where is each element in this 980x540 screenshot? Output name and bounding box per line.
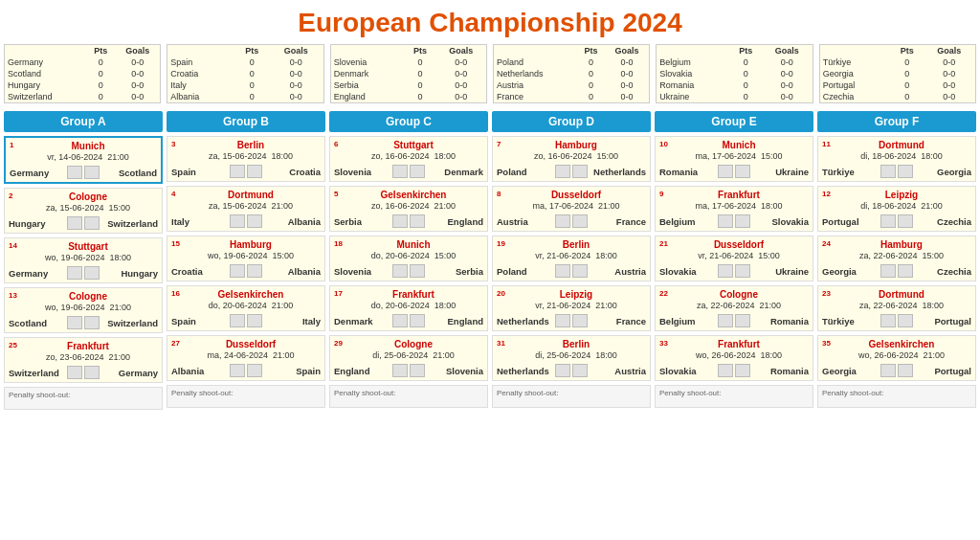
match-card[interactable]: 23 Dortmund za, 22-06-2024 18:00 Türkiye… <box>817 285 976 331</box>
match-card[interactable]: 24 Hamburg za, 22-06-2024 15:00 Georgia … <box>817 236 976 281</box>
bracket-col-group-f: Group F 11 Dortmund di, 18-06-2024 18:00… <box>817 111 976 410</box>
match-card[interactable]: 16 Gelsenkirchen do, 20-06-2024 21:00 Sp… <box>167 285 325 331</box>
match-card[interactable]: 9 Frankfurt ma, 17-06-2024 18:00 Belgium… <box>655 186 813 232</box>
bracket-col-group-b: Group B 3 Berlin za, 15-06-2024 18:00 Sp… <box>167 111 325 410</box>
match-card[interactable]: 35 Gelsenkirchen wo, 26-06-2024 21:00 Ge… <box>817 335 976 381</box>
group-header: Group D <box>492 111 651 132</box>
penalty-card: Penalty shoot-out: <box>655 385 813 408</box>
match-card[interactable]: 17 Frankfurt do, 20-06-2024 18:00 Denmar… <box>329 285 488 331</box>
match-card[interactable]: 14 Stuttgart wo, 19-06-2024 18:00 German… <box>4 237 163 283</box>
group-header: Group C <box>329 111 488 132</box>
match-card[interactable]: 22 Cologne za, 22-06-2024 21:00 Belgium … <box>655 285 813 331</box>
penalty-card: Penalty shoot-out: <box>4 387 163 410</box>
penalty-card: Penalty shoot-out: <box>167 385 325 408</box>
standings-table-group-e: PtsGoalsBelgium00-0Slovakia00-0Romania00… <box>656 44 813 103</box>
match-card[interactable]: 12 Leipzig di, 18-06-2024 21:00 Portugal… <box>817 186 976 232</box>
match-card[interactable]: 15 Hamburg wo, 19-06-2024 15:00 Croatia … <box>167 236 325 281</box>
match-card[interactable]: 7 Hamburg zo, 16-06-2024 15:00 Poland Ne… <box>492 136 651 182</box>
match-card[interactable]: 10 Munich ma, 17-06-2024 15:00 Romania U… <box>655 136 813 182</box>
match-card[interactable]: 11 Dortmund di, 18-06-2024 18:00 Türkiye… <box>817 136 976 182</box>
bracket-col-group-c: Group C 6 Stuttgart zo, 16-06-2024 18:00… <box>329 111 488 410</box>
match-card[interactable]: 6 Stuttgart zo, 16-06-2024 18:00 Sloveni… <box>329 136 488 182</box>
brackets-section: Group A 1 Munich vr, 14-06-2024 21:00 Ge… <box>4 111 976 410</box>
match-card[interactable]: 19 Berlin vr, 21-06-2024 18:00 Poland Au… <box>492 236 651 281</box>
penalty-card: Penalty shoot-out: <box>329 385 488 408</box>
standings-table-group-a: PtsGoalsGermany00-0Scotland00-0Hungary00… <box>4 44 161 103</box>
match-card[interactable]: 20 Leipzig vr, 21-06-2024 21:00 Netherla… <box>492 285 651 331</box>
standings-table-group-c: PtsGoalsSlovenia00-0Denmark00-0Serbia00-… <box>330 44 487 103</box>
match-card[interactable]: 25 Frankfurt zo, 23-06-2024 21:00 Switze… <box>4 337 163 383</box>
match-card[interactable]: 2 Cologne za, 15-06-2024 15:00 Hungary S… <box>4 188 163 234</box>
standings-table-group-b: PtsGoalsSpain00-0Croatia00-0Italy00-0Alb… <box>167 44 323 103</box>
bracket-col-group-e: Group E 10 Munich ma, 17-06-2024 15:00 R… <box>655 111 813 410</box>
match-card[interactable]: 5 Gelsenkirchen zo, 16-06-2024 21:00 Ser… <box>329 186 488 232</box>
bracket-col-group-a: Group A 1 Munich vr, 14-06-2024 21:00 Ge… <box>4 111 163 410</box>
standings-section: PtsGoalsGermany00-0Scotland00-0Hungary00… <box>4 44 976 103</box>
match-card[interactable]: 13 Cologne wo, 19-06-2024 21:00 Scotland… <box>4 287 163 333</box>
match-card[interactable]: 29 Cologne di, 25-06-2024 21:00 England … <box>329 335 488 381</box>
page-title: European Championship 2024 <box>0 0 980 44</box>
match-card[interactable]: 4 Dortmund za, 15-06-2024 21:00 Italy Al… <box>167 186 325 232</box>
match-card[interactable]: 8 Dusseldorf ma, 17-06-2024 21:00 Austri… <box>492 186 651 232</box>
match-card[interactable]: 27 Dusseldorf ma, 24-06-2024 21:00 Alban… <box>167 335 325 381</box>
match-card[interactable]: 1 Munich vr, 14-06-2024 21:00 Germany Sc… <box>4 136 163 184</box>
group-header: Group B <box>167 111 325 132</box>
match-card[interactable]: 33 Frankfurt wo, 26-06-2024 18:00 Slovak… <box>655 335 813 381</box>
match-card[interactable]: 18 Munich do, 20-06-2024 15:00 Slovenia … <box>329 236 488 281</box>
match-card[interactable]: 21 Dusseldorf vr, 21-06-2024 15:00 Slova… <box>655 236 813 281</box>
group-header: Group E <box>655 111 813 132</box>
bracket-col-group-d: Group D 7 Hamburg zo, 16-06-2024 15:00 P… <box>492 111 651 410</box>
group-header: Group F <box>817 111 976 132</box>
standings-table-group-d: PtsGoalsPoland00-0Netherlands00-0Austria… <box>493 44 650 103</box>
group-header: Group A <box>4 111 163 132</box>
match-card[interactable]: 31 Berlin di, 25-06-2024 18:00 Netherlan… <box>492 335 651 381</box>
standings-table-group-f: PtsGoalsTürkiye00-0Georgia00-0Portugal00… <box>819 44 976 103</box>
penalty-card: Penalty shoot-out: <box>492 385 651 408</box>
match-card[interactable]: 3 Berlin za, 15-06-2024 18:00 Spain Croa… <box>167 136 325 182</box>
penalty-card: Penalty shoot-out: <box>817 385 976 408</box>
